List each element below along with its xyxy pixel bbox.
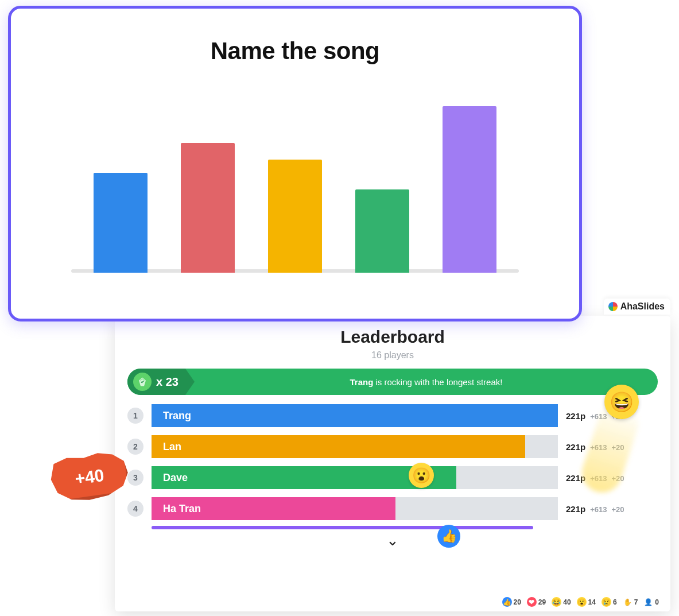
collapsed-row-bar (152, 526, 533, 529)
row-bar: Ha Tran (152, 497, 558, 520)
brand-badge[interactable]: AhaSlides (604, 299, 670, 315)
reaction-count: 6 (613, 598, 617, 606)
leaderboard-panel: AhaSlides Leaderboard 16 players x 23 Tr… (115, 316, 670, 611)
row-score: 221p +613 +20 (566, 504, 658, 514)
chart-bar-3 (268, 160, 322, 273)
laugh-emoji-icon[interactable]: 😆 (604, 385, 639, 419)
reactions-bar: 👍 20 ❤ 29 😂 40 😮 14 😢 6 ✋ 7 👤 0 (502, 597, 659, 607)
like-emoji-icon[interactable]: 👍 (437, 525, 460, 548)
hand-icon: ✋ (623, 597, 633, 607)
player-name: Dave (163, 472, 188, 484)
leaderboard-row: 4 Ha Tran 221p +613 +20 (127, 496, 658, 521)
streak-multiplier-text: x 23 (156, 375, 179, 389)
reaction-hand[interactable]: ✋ 7 (623, 597, 638, 607)
row-bar: Lan (152, 435, 558, 458)
rank-badge: 4 (127, 501, 143, 517)
heart-icon: ❤ (527, 597, 537, 607)
reaction-wow[interactable]: 😮 14 (577, 597, 596, 607)
reaction-count: 20 (514, 598, 521, 606)
leaderboard-player-count: 16 players (127, 350, 658, 361)
wow-icon: 😮 (577, 597, 587, 607)
chart-bar-2 (181, 143, 235, 273)
rank-badge: 1 (127, 408, 143, 424)
brand-name: AhaSlides (620, 301, 665, 312)
reaction-count: 29 (538, 598, 546, 606)
reaction-count: 7 (634, 598, 638, 606)
row-fill: Trang (152, 404, 558, 427)
points: 221p (566, 442, 585, 452)
chart-bar-4 (355, 189, 409, 273)
user-icon: 👤 (643, 597, 653, 607)
row-bar: Trang (152, 404, 558, 427)
gem-icon (133, 373, 152, 391)
delta-2: +20 (612, 505, 624, 514)
row-bar: Dave (152, 466, 558, 489)
wow-emoji-icon[interactable]: 😮 (409, 463, 434, 488)
streak-multiplier: x 23 (127, 369, 195, 395)
leaderboard-row: 2 Lan 221p +613 +20 (127, 434, 658, 459)
reaction-like[interactable]: 👍 20 (502, 597, 521, 607)
streak-message: Trang is rocking with the longest streak… (195, 377, 658, 387)
reaction-guest[interactable]: 👤 0 (643, 597, 659, 607)
brand-logo-icon (608, 302, 618, 311)
reaction-count: 14 (588, 598, 596, 606)
sad-icon: 😢 (602, 597, 611, 607)
chart-bar-5 (443, 106, 496, 273)
player-name: Lan (163, 441, 181, 453)
chevron-down-icon: ⌄ (386, 532, 399, 549)
streak-player-name: Trang (350, 377, 373, 387)
reaction-heart[interactable]: ❤ 29 (527, 597, 546, 607)
reaction-laugh[interactable]: 😂 40 (552, 597, 571, 607)
chart-title: Name the song (211, 37, 380, 65)
reaction-sad[interactable]: 😢 6 (602, 597, 617, 607)
rank-badge: 2 (127, 439, 143, 455)
leaderboard-row: 3 Dave 221p +613 +20 😮 (127, 465, 658, 490)
delta-1: +613 (590, 505, 607, 514)
reaction-count: 0 (655, 598, 659, 606)
streak-rest: is rocking with the longest streak! (373, 377, 502, 387)
leaderboard-rows: 1 Trang 221p +613 +20 2 Lan 221p + (127, 403, 658, 529)
chart-bar-1 (94, 173, 148, 273)
row-fill: Ha Tran (152, 497, 395, 520)
laugh-icon: 😂 (552, 597, 561, 607)
points: 221p (566, 504, 585, 514)
row-fill: Lan (152, 435, 525, 458)
chart-card: Name the song (8, 6, 582, 321)
leaderboard-row-collapsed (127, 526, 658, 529)
streak-banner: x 23 Trang is rocking with the longest s… (127, 369, 658, 395)
player-name: Ha Tran (163, 503, 201, 515)
leaderboard-row: 1 Trang 221p +613 +20 (127, 403, 658, 428)
player-name: Trang (163, 410, 191, 422)
reaction-count: 40 (563, 598, 571, 606)
like-icon: 👍 (502, 597, 512, 607)
expand-leaderboard-button[interactable]: ⌄ (127, 532, 658, 549)
bar-chart (71, 89, 519, 273)
leaderboard-title: Leaderboard (127, 327, 658, 347)
points: 221p (566, 411, 585, 421)
